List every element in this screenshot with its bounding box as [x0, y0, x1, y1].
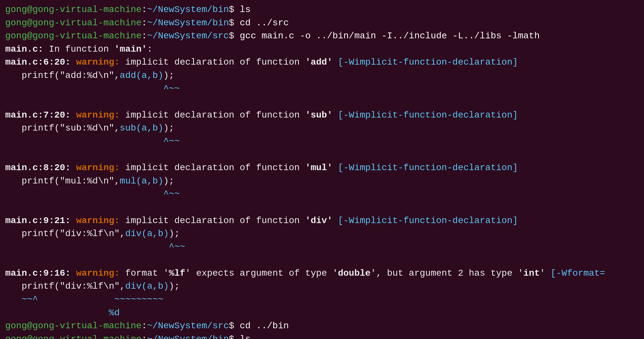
line-10: printf("sub:%d\n",sub(a,b));	[5, 122, 639, 135]
line-7: ^~~	[5, 82, 639, 96]
line-13: main.c:8:20: warning: implicit declarati…	[5, 161, 639, 175]
line-11: ^~~	[5, 135, 639, 148]
prompt: gong@gong-virtual-machine	[5, 334, 142, 339]
line-12	[5, 148, 639, 162]
line-3: gong@gong-virtual-machine:~/NewSystem/sr…	[5, 30, 639, 43]
prompt: gong@gong-virtual-machine	[5, 5, 142, 15]
line-9: main.c:7:20: warning: implicit declarati…	[5, 109, 639, 122]
line-23: ~~^ ~~~~~~~~~	[5, 293, 639, 307]
line-14: printf("mul:%d\n",mul(a,b));	[5, 175, 639, 188]
line-15: ^~~	[5, 188, 639, 201]
line-24: %d	[5, 307, 639, 320]
prompt: gong@gong-virtual-machine	[5, 18, 142, 28]
line-5: main.c:6:20: warning: implicit declarati…	[5, 56, 639, 69]
prompt: gong@gong-virtual-machine	[5, 321, 142, 331]
line-19: ^~~	[5, 241, 639, 254]
line-17: main.c:9:21: warning: implicit declarati…	[5, 214, 639, 228]
line-21: main.c:9:16: warning: format '%lf' expec…	[5, 267, 639, 280]
line-4: main.c: In function 'main':	[5, 43, 639, 56]
line-8	[5, 95, 639, 109]
line-26: gong@gong-virtual-machine:~/NewSystem/bi…	[5, 333, 639, 339]
line-25: gong@gong-virtual-machine:~/NewSystem/sr…	[5, 320, 639, 333]
line-6: printf("add:%d\n",add(a,b));	[5, 69, 639, 82]
prompt: gong@gong-virtual-machine	[5, 31, 142, 41]
terminal: gong@gong-virtual-machine:~/NewSystem/bi…	[5, 3, 639, 339]
line-18: printf("div:%lf\n",div(a,b));	[5, 227, 639, 241]
line-2: gong@gong-virtual-machine:~/NewSystem/bi…	[5, 17, 639, 30]
line-20	[5, 254, 639, 267]
line-16	[5, 201, 639, 214]
line-22: printf("div:%lf\n",div(a,b));	[5, 280, 639, 293]
line-1: gong@gong-virtual-machine:~/NewSystem/bi…	[5, 3, 639, 17]
